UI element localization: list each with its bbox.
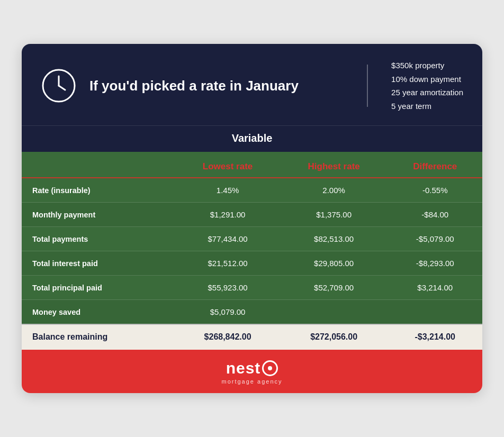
row-highest: $1,375.00 bbox=[280, 203, 388, 227]
header-details: $350k property 10% down payment 25 year … bbox=[381, 59, 463, 113]
footer: nest mortgage agency bbox=[22, 350, 482, 393]
table-row: Total payments$77,434.00$82,513.00-$5,07… bbox=[22, 227, 482, 251]
section-label: Variable bbox=[22, 125, 482, 152]
main-card: If you'd picked a rate in January $350k … bbox=[22, 44, 482, 393]
col-header-highest: Highest rate bbox=[280, 152, 388, 178]
row-lowest: $55,923.00 bbox=[175, 276, 280, 300]
row-diff: $3,214.00 bbox=[388, 276, 482, 300]
row-label: Balance remaining bbox=[22, 324, 175, 350]
table-row: Total principal paid$55,923.00$52,709.00… bbox=[22, 276, 482, 300]
row-highest: $52,709.00 bbox=[280, 276, 388, 300]
row-lowest: $77,434.00 bbox=[175, 227, 280, 251]
data-table: Lowest rate Highest rate Difference Rate… bbox=[22, 152, 482, 350]
header-title: If you'd picked a rate in January bbox=[89, 77, 354, 95]
table-header-row: Lowest rate Highest rate Difference bbox=[22, 152, 482, 178]
row-label: Total payments bbox=[22, 227, 175, 251]
detail-2: 10% down payment bbox=[391, 72, 463, 86]
row-diff: -$3,214.00 bbox=[388, 324, 482, 350]
row-label: Rate (insurable) bbox=[22, 178, 175, 203]
row-diff bbox=[388, 300, 482, 325]
clock-icon bbox=[41, 68, 77, 104]
row-diff: -0.55% bbox=[388, 178, 482, 203]
row-diff: -$8,293.00 bbox=[388, 251, 482, 276]
row-lowest: 1.45% bbox=[175, 178, 280, 203]
row-label: Total principal paid bbox=[22, 276, 175, 300]
header: If you'd picked a rate in January $350k … bbox=[22, 44, 482, 125]
nesto-o-icon bbox=[262, 360, 278, 376]
row-highest: $82,513.00 bbox=[280, 227, 388, 251]
row-lowest: $5,079.00 bbox=[175, 300, 280, 325]
header-divider bbox=[367, 65, 368, 107]
row-diff: -$84.00 bbox=[388, 203, 482, 227]
table-wrapper: Lowest rate Highest rate Difference Rate… bbox=[22, 152, 482, 350]
table-row: Money saved$5,079.00 bbox=[22, 300, 482, 325]
detail-3: 25 year amortization bbox=[391, 86, 463, 99]
row-lowest: $268,842.00 bbox=[175, 324, 280, 350]
row-highest: $29,805.00 bbox=[280, 251, 388, 276]
detail-1: $350k property bbox=[391, 59, 463, 72]
table-row: Monthly payment$1,291.00$1,375.00-$84.00 bbox=[22, 203, 482, 227]
row-highest bbox=[280, 300, 388, 325]
row-diff: -$5,079.00 bbox=[388, 227, 482, 251]
detail-4: 5 year term bbox=[391, 99, 463, 113]
col-header-label bbox=[22, 152, 175, 178]
row-label: Money saved bbox=[22, 300, 175, 325]
nesto-tagline: mortgage agency bbox=[222, 378, 283, 385]
nesto-text-part: nest bbox=[226, 359, 261, 377]
row-highest: $272,056.00 bbox=[280, 324, 388, 350]
row-lowest: $1,291.00 bbox=[175, 203, 280, 227]
row-lowest: $21,512.00 bbox=[175, 251, 280, 276]
table-row: Balance remaining$268,842.00$272,056.00-… bbox=[22, 324, 482, 350]
col-header-diff: Difference bbox=[388, 152, 482, 178]
nesto-brand: nest bbox=[226, 359, 278, 377]
row-label: Total interest paid bbox=[22, 251, 175, 276]
table-row: Total interest paid$21,512.00$29,805.00-… bbox=[22, 251, 482, 276]
svg-line-2 bbox=[59, 86, 65, 90]
row-highest: 2.00% bbox=[280, 178, 388, 203]
col-header-lowest: Lowest rate bbox=[175, 152, 280, 178]
nesto-logo: nest mortgage agency bbox=[222, 359, 283, 385]
table-row: Rate (insurable)1.45%2.00%-0.55% bbox=[22, 178, 482, 203]
row-label: Monthly payment bbox=[22, 203, 175, 227]
